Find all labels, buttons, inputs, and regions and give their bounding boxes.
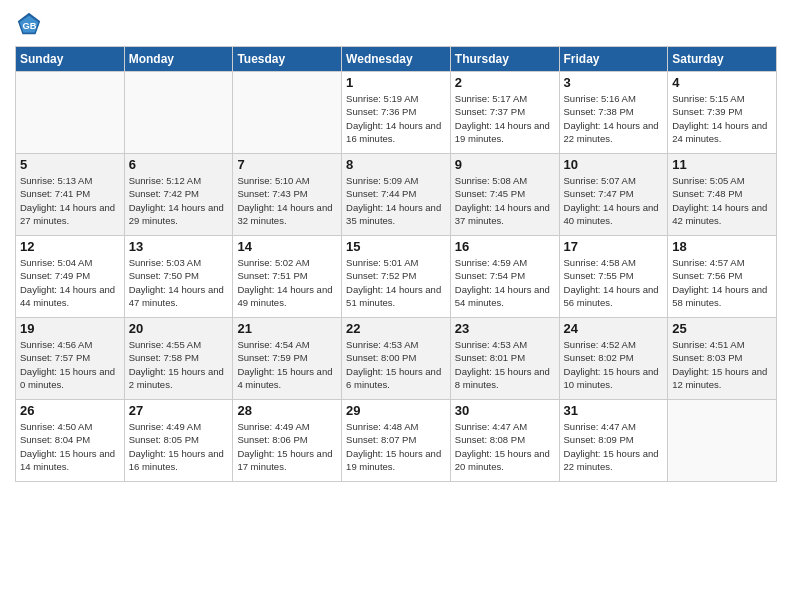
day-number: 10 [564,157,664,172]
calendar-cell: 3Sunrise: 5:16 AM Sunset: 7:38 PM Daylig… [559,72,668,154]
calendar-cell: 8Sunrise: 5:09 AM Sunset: 7:44 PM Daylig… [342,154,451,236]
day-info: Sunrise: 5:15 AM Sunset: 7:39 PM Dayligh… [672,92,772,145]
calendar-cell: 4Sunrise: 5:15 AM Sunset: 7:39 PM Daylig… [668,72,777,154]
calendar-cell: 15Sunrise: 5:01 AM Sunset: 7:52 PM Dayli… [342,236,451,318]
day-header-thursday: Thursday [450,47,559,72]
day-number: 12 [20,239,120,254]
day-number: 13 [129,239,229,254]
day-info: Sunrise: 5:07 AM Sunset: 7:47 PM Dayligh… [564,174,664,227]
calendar-cell: 11Sunrise: 5:05 AM Sunset: 7:48 PM Dayli… [668,154,777,236]
day-header-monday: Monday [124,47,233,72]
day-info: Sunrise: 5:16 AM Sunset: 7:38 PM Dayligh… [564,92,664,145]
calendar-cell: 7Sunrise: 5:10 AM Sunset: 7:43 PM Daylig… [233,154,342,236]
day-header-wednesday: Wednesday [342,47,451,72]
calendar-cell: 23Sunrise: 4:53 AM Sunset: 8:01 PM Dayli… [450,318,559,400]
day-number: 31 [564,403,664,418]
calendar-cell: 17Sunrise: 4:58 AM Sunset: 7:55 PM Dayli… [559,236,668,318]
calendar-cell: 28Sunrise: 4:49 AM Sunset: 8:06 PM Dayli… [233,400,342,482]
day-number: 20 [129,321,229,336]
day-info: Sunrise: 4:56 AM Sunset: 7:57 PM Dayligh… [20,338,120,391]
calendar-cell: 27Sunrise: 4:49 AM Sunset: 8:05 PM Dayli… [124,400,233,482]
calendar-cell [124,72,233,154]
day-header-friday: Friday [559,47,668,72]
day-number: 1 [346,75,446,90]
day-number: 2 [455,75,555,90]
day-info: Sunrise: 5:08 AM Sunset: 7:45 PM Dayligh… [455,174,555,227]
day-info: Sunrise: 5:12 AM Sunset: 7:42 PM Dayligh… [129,174,229,227]
day-number: 9 [455,157,555,172]
day-info: Sunrise: 5:01 AM Sunset: 7:52 PM Dayligh… [346,256,446,309]
day-number: 8 [346,157,446,172]
logo: GB [15,10,47,38]
day-info: Sunrise: 5:04 AM Sunset: 7:49 PM Dayligh… [20,256,120,309]
day-info: Sunrise: 5:17 AM Sunset: 7:37 PM Dayligh… [455,92,555,145]
day-number: 16 [455,239,555,254]
week-row-2: 5Sunrise: 5:13 AM Sunset: 7:41 PM Daylig… [16,154,777,236]
calendar-cell [668,400,777,482]
calendar-cell: 29Sunrise: 4:48 AM Sunset: 8:07 PM Dayli… [342,400,451,482]
day-number: 19 [20,321,120,336]
calendar-cell: 25Sunrise: 4:51 AM Sunset: 8:03 PM Dayli… [668,318,777,400]
day-info: Sunrise: 4:53 AM Sunset: 8:00 PM Dayligh… [346,338,446,391]
calendar-cell: 12Sunrise: 5:04 AM Sunset: 7:49 PM Dayli… [16,236,125,318]
day-header-saturday: Saturday [668,47,777,72]
day-number: 30 [455,403,555,418]
day-info: Sunrise: 4:53 AM Sunset: 8:01 PM Dayligh… [455,338,555,391]
calendar-cell: 19Sunrise: 4:56 AM Sunset: 7:57 PM Dayli… [16,318,125,400]
day-header-sunday: Sunday [16,47,125,72]
day-number: 21 [237,321,337,336]
calendar-cell: 5Sunrise: 5:13 AM Sunset: 7:41 PM Daylig… [16,154,125,236]
day-info: Sunrise: 4:49 AM Sunset: 8:05 PM Dayligh… [129,420,229,473]
day-number: 22 [346,321,446,336]
day-header-tuesday: Tuesday [233,47,342,72]
calendar-cell [233,72,342,154]
day-number: 5 [20,157,120,172]
day-number: 26 [20,403,120,418]
day-info: Sunrise: 4:58 AM Sunset: 7:55 PM Dayligh… [564,256,664,309]
day-number: 18 [672,239,772,254]
calendar-cell: 22Sunrise: 4:53 AM Sunset: 8:00 PM Dayli… [342,318,451,400]
calendar-cell: 9Sunrise: 5:08 AM Sunset: 7:45 PM Daylig… [450,154,559,236]
svg-text:GB: GB [22,21,36,31]
day-number: 15 [346,239,446,254]
day-info: Sunrise: 4:54 AM Sunset: 7:59 PM Dayligh… [237,338,337,391]
day-number: 7 [237,157,337,172]
calendar-cell: 2Sunrise: 5:17 AM Sunset: 7:37 PM Daylig… [450,72,559,154]
day-info: Sunrise: 4:57 AM Sunset: 7:56 PM Dayligh… [672,256,772,309]
day-number: 25 [672,321,772,336]
day-info: Sunrise: 5:03 AM Sunset: 7:50 PM Dayligh… [129,256,229,309]
day-number: 23 [455,321,555,336]
week-row-5: 26Sunrise: 4:50 AM Sunset: 8:04 PM Dayli… [16,400,777,482]
day-number: 4 [672,75,772,90]
day-info: Sunrise: 5:19 AM Sunset: 7:36 PM Dayligh… [346,92,446,145]
calendar-cell: 6Sunrise: 5:12 AM Sunset: 7:42 PM Daylig… [124,154,233,236]
calendar-cell [16,72,125,154]
calendar-cell: 14Sunrise: 5:02 AM Sunset: 7:51 PM Dayli… [233,236,342,318]
calendar: SundayMondayTuesdayWednesdayThursdayFrid… [15,46,777,482]
day-number: 6 [129,157,229,172]
week-row-1: 1Sunrise: 5:19 AM Sunset: 7:36 PM Daylig… [16,72,777,154]
day-number: 11 [672,157,772,172]
day-number: 29 [346,403,446,418]
calendar-cell: 21Sunrise: 4:54 AM Sunset: 7:59 PM Dayli… [233,318,342,400]
day-info: Sunrise: 4:48 AM Sunset: 8:07 PM Dayligh… [346,420,446,473]
day-info: Sunrise: 5:02 AM Sunset: 7:51 PM Dayligh… [237,256,337,309]
day-info: Sunrise: 5:10 AM Sunset: 7:43 PM Dayligh… [237,174,337,227]
logo-icon: GB [15,10,43,38]
week-row-3: 12Sunrise: 5:04 AM Sunset: 7:49 PM Dayli… [16,236,777,318]
day-info: Sunrise: 4:47 AM Sunset: 8:09 PM Dayligh… [564,420,664,473]
day-info: Sunrise: 5:09 AM Sunset: 7:44 PM Dayligh… [346,174,446,227]
day-info: Sunrise: 4:51 AM Sunset: 8:03 PM Dayligh… [672,338,772,391]
page: GB SundayMondayTuesdayWednesdayThursdayF… [0,0,792,612]
day-number: 3 [564,75,664,90]
day-info: Sunrise: 5:05 AM Sunset: 7:48 PM Dayligh… [672,174,772,227]
week-row-4: 19Sunrise: 4:56 AM Sunset: 7:57 PM Dayli… [16,318,777,400]
day-info: Sunrise: 4:59 AM Sunset: 7:54 PM Dayligh… [455,256,555,309]
calendar-cell: 30Sunrise: 4:47 AM Sunset: 8:08 PM Dayli… [450,400,559,482]
day-info: Sunrise: 4:52 AM Sunset: 8:02 PM Dayligh… [564,338,664,391]
day-info: Sunrise: 4:49 AM Sunset: 8:06 PM Dayligh… [237,420,337,473]
calendar-cell: 20Sunrise: 4:55 AM Sunset: 7:58 PM Dayli… [124,318,233,400]
day-number: 17 [564,239,664,254]
day-number: 28 [237,403,337,418]
calendar-cell: 24Sunrise: 4:52 AM Sunset: 8:02 PM Dayli… [559,318,668,400]
